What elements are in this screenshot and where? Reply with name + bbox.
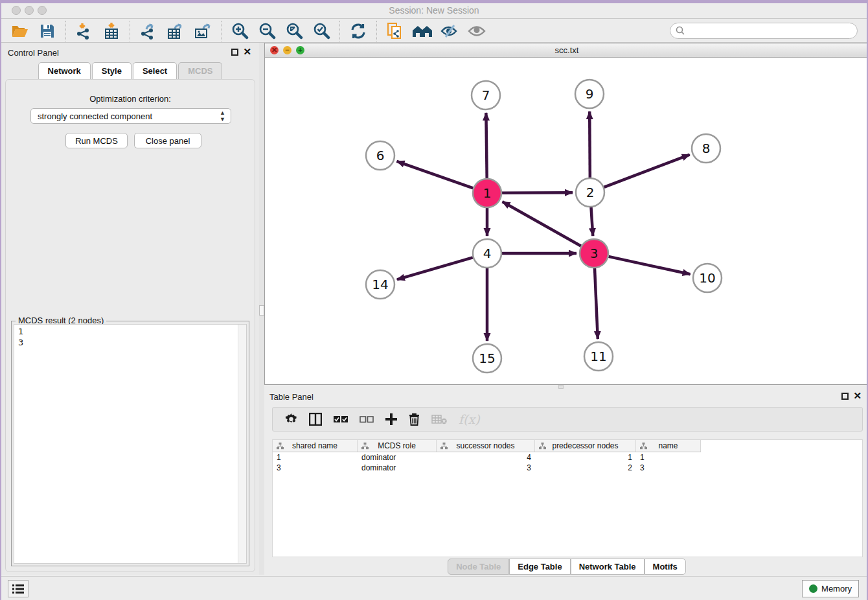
column-visibility-icon[interactable]: [309, 413, 322, 426]
table-cell[interactable]: 1: [636, 452, 701, 463]
table-cell[interactable]: 1: [535, 452, 636, 463]
title-bar: Session: New Session: [1, 3, 867, 19]
table-panel-title: Table Panel: [269, 392, 314, 402]
edge-3-1[interactable]: [503, 202, 581, 246]
column-header-MCDS-role[interactable]: MCDS role: [358, 440, 437, 452]
optimization-criterion-select[interactable]: strongly connected component ▲▼: [30, 108, 231, 124]
zoom-out-icon[interactable]: [256, 21, 278, 41]
node-7[interactable]: 7: [472, 81, 500, 110]
tab-node-table[interactable]: Node Table: [448, 559, 509, 575]
column-header-label: shared name: [292, 441, 337, 450]
float-panel-icon[interactable]: [231, 49, 238, 56]
deselect-all-rows-icon[interactable]: [360, 416, 374, 423]
edge-1-6[interactable]: [396, 161, 473, 188]
edge-3-10[interactable]: [608, 257, 690, 274]
table-cell[interactable]: 2: [535, 463, 636, 473]
network-window-titlebar[interactable]: ✕ − + scc.txt: [265, 43, 868, 58]
tab-network[interactable]: Network: [38, 62, 91, 79]
clone-network-icon[interactable]: [384, 21, 406, 41]
float-table-panel-icon[interactable]: [841, 393, 849, 400]
import-table-icon[interactable]: [100, 21, 122, 41]
mcds-result-group: MCDS result (2 nodes) 13: [11, 321, 249, 566]
save-session-icon[interactable]: [36, 21, 58, 41]
node-6[interactable]: 6: [366, 141, 394, 170]
close-table-panel-icon[interactable]: ✕: [853, 390, 862, 402]
close-panel-label: Close panel: [146, 136, 190, 146]
edge-3-11[interactable]: [595, 268, 598, 339]
export-image-icon[interactable]: [192, 21, 214, 41]
splitter-grip[interactable]: [259, 305, 264, 316]
run-mcds-label: Run MCDS: [75, 136, 118, 146]
edge-2-8[interactable]: [604, 155, 690, 187]
table-cell[interactable]: 3: [437, 463, 535, 473]
edge-2-9[interactable]: [589, 111, 590, 178]
tab-mcds[interactable]: MCDS: [178, 62, 222, 79]
optimization-criterion-value: strongly connected component: [38, 111, 152, 121]
memory-button[interactable]: Memory: [802, 580, 859, 597]
select-all-rows-icon[interactable]: [334, 416, 348, 423]
open-session-icon[interactable]: [9, 21, 31, 41]
status-bar: Memory: [1, 576, 867, 600]
tab-motifs[interactable]: Motifs: [645, 559, 686, 575]
node-10[interactable]: 10: [693, 264, 722, 292]
tab-network-table[interactable]: Network Table: [571, 559, 645, 575]
import-network-icon[interactable]: [73, 21, 95, 41]
table-row[interactable]: 1dominator411: [273, 452, 862, 463]
mcds-result-scrollbar[interactable]: [238, 325, 246, 563]
node-14[interactable]: 14: [366, 270, 394, 299]
edge-1-7[interactable]: [486, 113, 486, 178]
tab-edge-table[interactable]: Edge Table: [509, 559, 570, 575]
node-11[interactable]: 11: [584, 342, 613, 371]
node-4[interactable]: 4: [473, 239, 501, 268]
edge-1-2[interactable]: [502, 192, 573, 193]
zoom-in-icon[interactable]: [229, 21, 251, 41]
node-8[interactable]: 8: [692, 134, 720, 163]
table-body: 1dominator4113dominator323: [273, 452, 862, 473]
column-header-shared-name[interactable]: shared name: [273, 440, 358, 452]
search-input[interactable]: [670, 23, 858, 39]
column-header-name[interactable]: name: [636, 440, 701, 452]
node-15[interactable]: 15: [473, 344, 501, 373]
close-panel-button[interactable]: Close panel: [134, 133, 201, 148]
column-header-successor-nodes[interactable]: successor nodes: [437, 440, 535, 452]
refresh-icon[interactable]: [347, 21, 369, 41]
close-panel-icon[interactable]: ✕: [243, 46, 251, 58]
network-window: ✕ − + scc.txt 7968124314101511: [264, 43, 868, 385]
table-cell[interactable]: dominator: [358, 452, 437, 463]
delete-column-icon[interactable]: [409, 413, 420, 426]
table-cell[interactable]: 3: [636, 463, 701, 473]
edge-2-3[interactable]: [591, 207, 593, 236]
mcds-result-textarea[interactable]: 13: [14, 324, 247, 564]
export-network-icon[interactable]: [137, 21, 159, 41]
column-header-predecessor-nodes[interactable]: predecessor nodes: [535, 440, 636, 452]
node-2[interactable]: 2: [576, 178, 604, 207]
table-cell[interactable]: dominator: [358, 463, 437, 473]
edge-4-14[interactable]: [397, 257, 473, 279]
mcds-panel: Optimization criterion: strongly connect…: [5, 79, 255, 572]
add-column-icon[interactable]: [385, 413, 397, 425]
export-table-icon[interactable]: [165, 21, 187, 41]
table-settings-gear-icon[interactable]: [285, 413, 297, 426]
task-history-button[interactable]: [8, 580, 29, 597]
column-header-label: predecessor nodes: [552, 441, 618, 450]
node-table[interactable]: shared nameMCDS rolesuccessor nodesprede…: [272, 439, 863, 557]
table-cell[interactable]: 1: [273, 452, 358, 463]
table-cell[interactable]: 4: [437, 452, 535, 463]
column-type-icon: [539, 443, 546, 450]
table-cell[interactable]: 3: [273, 463, 358, 473]
tab-select[interactable]: Select: [133, 62, 177, 79]
table-row[interactable]: 3dominator323: [273, 463, 862, 473]
zoom-fit-icon[interactable]: [283, 21, 305, 41]
node-1[interactable]: 1: [473, 179, 501, 207]
node-9[interactable]: 9: [575, 80, 604, 108]
hide-selected-icon[interactable]: [439, 21, 461, 41]
vertical-splitter[interactable]: [259, 43, 264, 575]
tab-style[interactable]: Style: [92, 62, 131, 79]
node-3[interactable]: 3: [580, 239, 608, 268]
show-all-icon[interactable]: [466, 21, 488, 41]
first-neighbors-icon[interactable]: [411, 21, 433, 41]
network-canvas[interactable]: 7968124314101511: [265, 58, 868, 384]
run-mcds-button[interactable]: Run MCDS: [65, 133, 128, 148]
zoom-selected-icon[interactable]: [310, 21, 332, 41]
table-panel: Table Panel ✕ f(x): [264, 389, 868, 579]
